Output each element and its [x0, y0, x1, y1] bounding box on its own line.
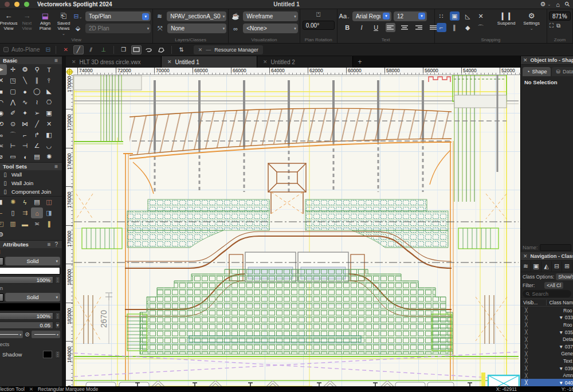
working-plane-axis-icon[interactable]: ⊥	[99, 45, 109, 54]
visibility-x-icon[interactable]: ╳	[521, 366, 555, 371]
class-row[interactable]: ╳Roo	[521, 307, 573, 314]
snap-object-icon[interactable]: ▣	[450, 11, 460, 21]
visibility-x-icon[interactable]: ╳	[521, 322, 555, 327]
next-view-button[interactable]: →Next View	[18, 10, 36, 36]
bold-button[interactable]: B	[343, 23, 352, 32]
fill-type-swatch[interactable]	[0, 257, 3, 265]
tool-set-item[interactable]: ▯Wall	[0, 170, 62, 179]
class-search-input[interactable]: ⚲ Search	[523, 290, 571, 297]
search-icon[interactable]: ⚲	[563, 0, 572, 9]
auto-plane-checkbox[interactable]: Auto-Plane	[3, 46, 40, 53]
toolset-corner-tool[interactable]: ⌐	[0, 207, 7, 218]
line-weight-field[interactable]: 0.05	[0, 322, 53, 329]
class-list-column-headers[interactable]: Visib... Class Nam	[521, 299, 573, 307]
minimize-icon[interactable]: —	[206, 47, 211, 53]
toolset-window-tool[interactable]: ◨	[43, 207, 55, 218]
align-right-button[interactable]	[414, 23, 424, 32]
basic-circle-tool[interactable]: ●	[19, 86, 31, 97]
visibility-x-icon[interactable]: ╳	[521, 308, 555, 313]
close-icon[interactable]: ✕	[523, 57, 528, 63]
basic-rectangle-tool[interactable]: ■	[0, 86, 7, 97]
class-row[interactable]: ╳▼ 039	[521, 364, 573, 372]
snap-distance-icon[interactable]: ◆	[463, 23, 473, 32]
opacity-options-button[interactable]: ⋮	[55, 276, 60, 284]
new-tab-button[interactable]: +	[353, 56, 367, 68]
basic-rotate-tool[interactable]: ⟲	[0, 119, 7, 130]
toolset-fixture-tool[interactable]: ❚	[43, 218, 55, 229]
resource-manager-palette-tab[interactable]: ✕ — Resource Manager	[194, 45, 263, 54]
visibility-x-icon[interactable]: ╳	[521, 330, 555, 335]
basic-oval-tool[interactable]: ◯	[31, 86, 43, 97]
align-center-button[interactable]	[400, 23, 410, 32]
sheet-layers-icon[interactable]: ▣	[531, 261, 541, 272]
basic-clip-tool[interactable]: ▣	[43, 108, 55, 119]
font-dropdown[interactable]: Arial Regular▾	[352, 11, 391, 21]
basic-parallel-tool[interactable]: ⫯	[43, 75, 55, 86]
visibility-x-icon[interactable]: ╳	[521, 344, 555, 349]
basic-extrude-tool[interactable]: ◧	[43, 130, 55, 140]
disable-constraints-mode[interactable]: ✕	[61, 45, 71, 54]
close-icon[interactable]: ✕	[523, 253, 528, 259]
pen-style-dropdown[interactable]: Solid▾	[5, 293, 60, 301]
class-options-dropdown[interactable]: Show/S	[556, 273, 573, 280]
basic-eyedropper-tool[interactable]: ✐	[7, 108, 19, 119]
snap-tangent-icon[interactable]: ⌒	[476, 23, 486, 32]
basic-3d-cursor-tool[interactable]: ◳	[7, 75, 19, 86]
class-row[interactable]: ╳▼ 040	[521, 379, 573, 386]
view-mode-dropdown[interactable]: Top/Plan▾	[85, 11, 151, 21]
snap-angle-icon[interactable]: ◺	[463, 11, 473, 21]
line-style-dropdown[interactable]: ▾	[0, 331, 23, 338]
close-window-button[interactable]	[5, 2, 10, 7]
basic-zoom-tool[interactable]: ⚲	[31, 64, 43, 75]
polygon-marquee-mode[interactable]	[156, 45, 167, 54]
fill-style-dropdown[interactable]: Solid▾	[5, 257, 60, 265]
close-tab-icon[interactable]: ✕	[263, 59, 268, 65]
basic-protractor-tool[interactable]: ◖	[19, 151, 31, 162]
shadow-color-swatch[interactable]	[43, 351, 52, 358]
basic-dim-chain-tool[interactable]: ⊣	[19, 140, 31, 151]
toolset-spray-tool[interactable]: ▮	[0, 197, 7, 207]
previous-view-button[interactable]: ←Previous View	[0, 10, 18, 36]
basic-dim-arc-tool[interactable]: ◡	[43, 140, 55, 151]
attributes-palette-header[interactable]: Attributes≡ ?	[0, 240, 62, 248]
basic-line-tool[interactable]: ╲	[19, 75, 31, 86]
basic-snap-tool[interactable]: ✕	[0, 75, 7, 86]
snap-edge-icon[interactable]: ∥	[450, 23, 460, 32]
pen-color-bar[interactable]	[0, 303, 60, 311]
class-row[interactable]: ╳Gene	[521, 350, 573, 358]
saved-views-icon[interactable]: ⊞	[562, 261, 572, 272]
fill-opacity-slider[interactable]: 100%	[0, 276, 53, 284]
zoom-level-input[interactable]: 871%	[549, 11, 571, 21]
pen-type-swatch[interactable]	[0, 293, 3, 301]
align-plane-button[interactable]: ⬓Align Plane	[36, 10, 54, 36]
basic-measure-tool[interactable]: ▭	[7, 151, 19, 162]
basic-wand-tool[interactable]: ✦	[19, 108, 31, 119]
basic-rotate-point-tool[interactable]: ⊙	[7, 119, 19, 130]
basic-chain-tool[interactable]: ∞	[0, 130, 7, 140]
basic-attribute-mapping-tool[interactable]: ✺	[43, 151, 55, 162]
class-row[interactable]: ╳▼ 033	[521, 314, 573, 322]
basic-fillet-tool[interactable]: ⌒	[7, 130, 19, 140]
design-layers-icon[interactable]: ≋	[521, 261, 531, 272]
basic-dim-linear-tool[interactable]: ⊢	[7, 140, 19, 151]
snapping-settings-button[interactable]: ⚙Settings⌄	[519, 10, 544, 33]
snap-intersection-icon[interactable]: ✕	[476, 11, 486, 21]
filter-dropdown[interactable]: <All Cl	[544, 282, 563, 289]
toolset-arrows-tool[interactable]: ⇉	[19, 207, 31, 218]
plane-mode-icon[interactable]: ⊟	[45, 46, 50, 53]
basic-palette-header[interactable]: Basic≡	[0, 56, 62, 64]
basic-select-similar-tool[interactable]: ➢	[31, 108, 43, 119]
classes-icon[interactable]: ◭	[541, 261, 552, 272]
fill-color-bar[interactable]	[0, 267, 60, 275]
fit-page-icon[interactable]: ⧉	[556, 22, 560, 29]
align-left-button[interactable]	[386, 23, 395, 32]
menu-icon[interactable]: ≡	[54, 57, 59, 64]
menu-icon[interactable]: ≡ ?	[48, 241, 59, 248]
document-tab[interactable]: ✕Untitled 1	[162, 56, 257, 68]
document-tab[interactable]: ✕HLT 3D dress circle.vwx	[66, 56, 162, 68]
palette-dock-icon[interactable]: ⇅	[176, 45, 187, 54]
visibility-x-icon[interactable]: ╳	[521, 315, 555, 320]
basic-polygon-tool[interactable]: ⋀	[7, 97, 19, 108]
font-size-dropdown[interactable]: 12▾	[394, 11, 427, 21]
class-row[interactable]: ╳Amn	[521, 372, 573, 379]
